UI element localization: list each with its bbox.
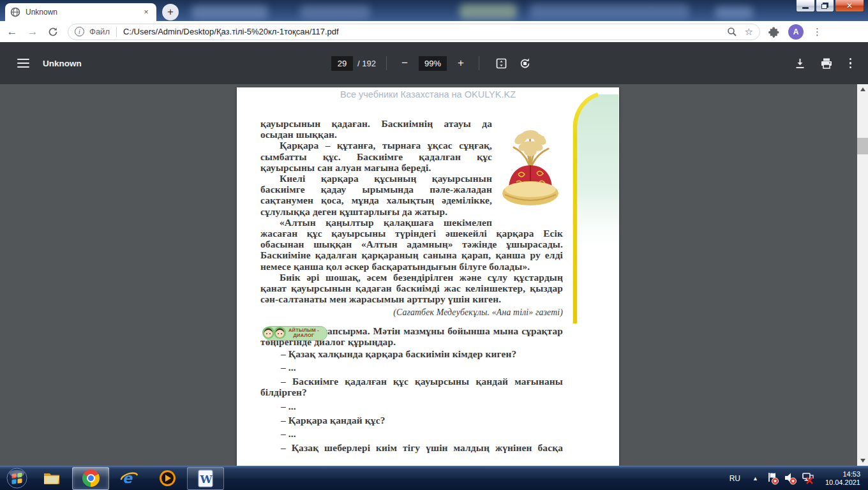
- file-explorer-icon: [43, 470, 62, 486]
- taskbar-word-button[interactable]: W: [187, 467, 224, 490]
- task-section: АЙТЫЛЫМ - ДИАЛОГ 6-тапсырма. Мәтін мазмұ…: [260, 325, 563, 348]
- aero-blur-decoration: [530, 4, 689, 19]
- dialog-line: – ...: [260, 428, 563, 439]
- speaking-dialog-badge: АЙТЫЛЫМ - ДИАЛОГ: [264, 326, 327, 341]
- taskbar-clock[interactable]: 14:53 10.04.2021: [825, 470, 860, 487]
- dialog-line: – Қазақ шеберлері киім тігу үшін малдың …: [260, 442, 563, 453]
- dialog-line: – Қазақ халқында қарқара баскиімін кімде…: [260, 348, 563, 359]
- volume-muted-icon[interactable]: [783, 471, 798, 486]
- pdf-scrollbar[interactable]: [857, 84, 868, 466]
- children-faces-icon: [262, 326, 287, 339]
- taskbar-aimp-button[interactable]: [149, 467, 186, 490]
- window-close-button[interactable]: ✕: [835, 0, 864, 12]
- dialog-line: – Баскиімге қадалған құс қауырсыны қанда…: [260, 376, 563, 397]
- taskbar-internet-explorer-button[interactable]: e: [110, 467, 147, 490]
- windows-logo-icon: [6, 468, 27, 489]
- windows-taskbar: e W RU ▲: [0, 466, 868, 490]
- scrollbar-down-arrow[interactable]: [857, 456, 868, 466]
- url-text[interactable]: C:/Users/Admin/Desktop/Қаз.тілі-5%20кл-1…: [123, 27, 727, 36]
- page-text-block: қауырсынын қадаған. Баскиімнің атауы да …: [237, 118, 619, 453]
- window-titlebar: Unknown × + ✕: [0, 0, 868, 21]
- language-indicator[interactable]: RU: [723, 474, 747, 483]
- taskbar-chrome-button[interactable]: [72, 467, 109, 490]
- svg-text:W: W: [200, 473, 213, 486]
- internet-explorer-icon: e: [119, 470, 138, 487]
- scrollbar-up-arrow[interactable]: [857, 84, 868, 94]
- browser-tab[interactable]: Unknown ×: [5, 3, 156, 21]
- divider: [116, 27, 117, 37]
- browser-toolbar: ← → i Файл C:/Users/Admin/Desktop/Қаз.ті…: [0, 21, 868, 42]
- pdf-document-title: Unknown: [43, 59, 82, 68]
- print-button[interactable]: [820, 57, 833, 70]
- extensions-puzzle-icon[interactable]: [768, 26, 779, 38]
- aero-blur-decoration: [191, 5, 268, 19]
- reload-icon: [48, 27, 58, 37]
- system-tray: RU ▲: [723, 466, 865, 490]
- clock-date: 10.04.2021: [825, 479, 860, 487]
- karkara-hat-illustration: [497, 119, 563, 215]
- badge-label-line2: ДИАЛОГ: [288, 333, 319, 339]
- tray-expand-chevron[interactable]: ▲: [747, 475, 764, 482]
- window-minimize-button[interactable]: [796, 0, 815, 12]
- window-controls: ✕: [795, 0, 864, 12]
- pdf-viewport: Все учебники Казахстана на OKULYK.KZ: [0, 84, 868, 466]
- browser-menu-icon[interactable]: ⋮: [812, 26, 822, 38]
- aimp-icon: [159, 470, 176, 487]
- zoom-in-button[interactable]: +: [453, 57, 468, 70]
- page-watermark: Все учебники Казахстана на OKULYK.KZ: [237, 89, 619, 100]
- fit-page-icon: [495, 57, 507, 70]
- divider: [386, 56, 387, 70]
- zoom-out-button[interactable]: −: [397, 57, 412, 70]
- body-paragraph: «Алтын қаңылтыр қалақшаға шекімелеп жаса…: [260, 217, 563, 272]
- tab-close-icon[interactable]: ×: [141, 7, 151, 17]
- aero-blur-decoration: [715, 6, 753, 19]
- word-icon: W: [197, 470, 214, 487]
- dialog-line: – Қарқара қандай құс?: [260, 415, 563, 426]
- aero-blur-decoration: [300, 5, 370, 19]
- zoom-indicator-icon[interactable]: [727, 27, 737, 37]
- desktop-screen: Unknown × + ✕ ← → i Файл C:/Users/Admin/…: [0, 0, 868, 490]
- pdf-more-options-button[interactable]: [847, 58, 855, 69]
- body-paragraph: Биік әрі шошақ, әсем безендірілген және …: [260, 272, 563, 305]
- pdf-page: Все учебники Казахстана на OKULYK.KZ: [237, 87, 619, 466]
- globe-favicon-icon: [10, 7, 20, 17]
- window-restore-button[interactable]: [816, 0, 834, 12]
- download-button[interactable]: [794, 57, 806, 70]
- chrome-icon: [82, 470, 100, 487]
- bookmark-star-icon[interactable]: ☆: [745, 26, 753, 38]
- pdf-menu-icon[interactable]: [17, 59, 29, 68]
- back-button[interactable]: ←: [4, 24, 20, 40]
- dialog-line: – ...: [260, 362, 563, 373]
- rotate-button[interactable]: [519, 57, 531, 70]
- fit-to-page-button[interactable]: [495, 57, 507, 70]
- divider: [479, 56, 479, 70]
- scrollbar-thumb[interactable]: [857, 138, 868, 154]
- source-attribution: (Сағатбек Медеубекұлы. «Ана тілі» газеті…: [260, 307, 563, 318]
- page-number-input[interactable]: [331, 56, 353, 71]
- rotate-icon: [519, 57, 531, 70]
- new-tab-button[interactable]: +: [162, 4, 179, 20]
- close-icon: ✕: [846, 1, 853, 10]
- network-disconnected-icon[interactable]: [801, 471, 816, 486]
- address-bar[interactable]: i Файл C:/Users/Admin/Desktop/Қаз.тілі-5…: [68, 24, 760, 40]
- zoom-level-display: 99%: [419, 56, 447, 71]
- restore-icon: [821, 4, 827, 9]
- tab-title: Unknown: [26, 8, 141, 17]
- start-button[interactable]: [0, 466, 33, 490]
- minimize-icon: [802, 7, 809, 9]
- url-scheme-label: Файл: [89, 27, 110, 36]
- aero-blur-decoration: [460, 4, 517, 19]
- reload-button[interactable]: [45, 24, 61, 40]
- forward-button[interactable]: →: [24, 24, 41, 40]
- dialog-line: – ...: [260, 401, 563, 412]
- action-center-flag-icon[interactable]: [765, 471, 781, 486]
- clock-time: 14:53: [825, 470, 860, 479]
- page-info-icon[interactable]: i: [75, 27, 84, 36]
- profile-avatar[interactable]: A: [788, 24, 804, 40]
- taskbar-explorer-button[interactable]: [34, 467, 71, 490]
- pdf-toolbar: Unknown / 192 − 99% +: [0, 42, 868, 84]
- page-total-label: / 192: [357, 59, 376, 68]
